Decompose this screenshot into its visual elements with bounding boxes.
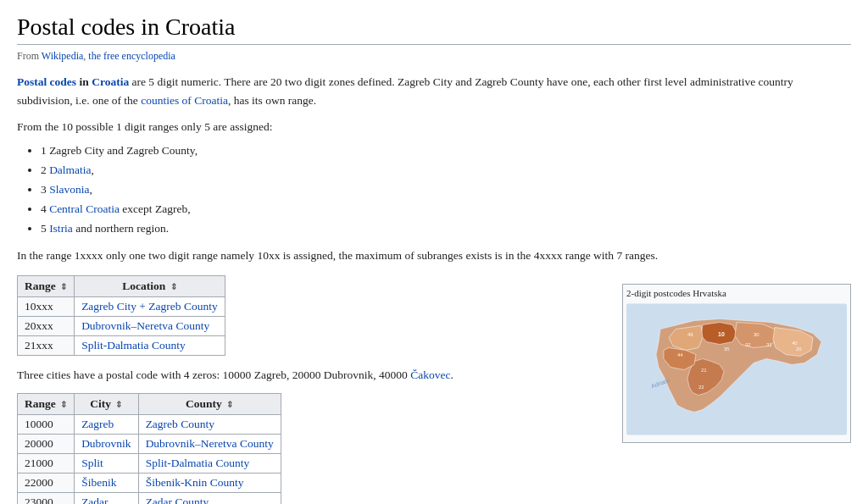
location-cell: Dubrovnik–Neretva County — [75, 317, 225, 336]
sort-arrow-county: ⇕ — [226, 400, 233, 409]
city-link-zagreb[interactable]: Zagreb — [81, 418, 114, 430]
list-item-2: 2 Dalmatia, — [41, 161, 851, 180]
county-link-zagreb[interactable]: Zagreb County — [146, 418, 214, 430]
central-croatia-link[interactable]: Central Croatia — [49, 202, 120, 215]
county-link-sibenik[interactable]: Šibenik-Knin County — [146, 476, 244, 489]
sort-arrow-location: ⇕ — [170, 282, 177, 291]
table-row: 10xxx Zagreb City + Zagreb County — [18, 297, 225, 317]
county-link-dubrovnik[interactable]: Dubrovnik–Neretva County — [146, 437, 274, 450]
location-cell: Zagreb City + Zagreb County — [75, 297, 225, 317]
table1-header-location[interactable]: Location ⇕ — [75, 276, 225, 297]
istria-link[interactable]: Istria — [49, 222, 73, 235]
location-link-10xxx[interactable]: Zagreb City + Zagreb County — [81, 300, 218, 313]
county-link-split[interactable]: Split-Dalmatia County — [146, 457, 250, 469]
range-cell: 20xxx — [18, 317, 75, 336]
croatia-map: 10 30 40 49 44 21 22 35 32 31 20 Adriati… — [626, 302, 847, 437]
city-link-zadar[interactable]: Zadar — [81, 496, 108, 504]
sort-arrow-range1: ⇕ — [60, 282, 67, 291]
digit-list: 1 Zagreb City and Zagreb County, 2 Dalma… — [41, 141, 851, 239]
table-row: 20xxx Dubrovnik–Neretva County — [18, 317, 225, 336]
city-cell: Šibenik — [75, 473, 139, 492]
table-row: 20000 Dubrovnik Dubrovnik–Neretva County — [18, 434, 281, 453]
table2-header-city[interactable]: City ⇕ — [75, 393, 139, 414]
map-title: 2-digit postcodes Hrvatska — [626, 288, 847, 298]
city-link-sibenik[interactable]: Šibenik — [81, 476, 116, 489]
wiki-source: From Wikipedia, the free encyclopedia — [17, 50, 851, 63]
city-link-dubrovnik[interactable]: Dubrovnik — [81, 437, 131, 450]
table-row: 22000 Šibenik Šibenik-Knin County — [18, 473, 281, 492]
county-cell: Zadar County — [138, 492, 281, 504]
table2: Range ⇕ City ⇕ County ⇕ 10000 Zagreb Zag… — [17, 393, 281, 504]
sort-arrow-city: ⇕ — [115, 400, 122, 409]
map-container: 2-digit postcodes Hrvatska 10 30 — [622, 284, 851, 443]
postal-codes-link[interactable]: Postal codes — [17, 75, 76, 88]
sort-arrow-range2: ⇕ — [60, 400, 67, 409]
county-cell: Šibenik-Knin County — [138, 473, 281, 492]
svg-text:49: 49 — [687, 332, 693, 337]
svg-text:21: 21 — [701, 368, 707, 373]
cakovec-link[interactable]: Čakovec — [410, 368, 450, 381]
range-note: In the range 1xxxx only one two digit ra… — [17, 246, 851, 265]
list-item-5: 5 Istria and northern region. — [41, 219, 851, 239]
slavonia-link[interactable]: Slavonia — [49, 183, 89, 196]
city-cell: Split — [75, 453, 139, 473]
croatia-link[interactable]: Croatia — [92, 75, 129, 88]
table-row: 21000 Split Split-Dalmatia County — [18, 453, 281, 473]
city-cell: Zadar — [75, 492, 139, 504]
svg-text:10: 10 — [718, 331, 725, 337]
table2-header-range[interactable]: Range ⇕ — [18, 393, 75, 414]
county-link-zadar[interactable]: Zadar County — [146, 496, 209, 504]
table-row: 10000 Zagreb Zagreb County — [18, 414, 281, 434]
free-encyclopedia-link[interactable]: the free encyclopedia — [88, 50, 175, 62]
list-item-4: 4 Central Croatia except Zagreb, — [41, 200, 851, 219]
county-cell: Dubrovnik–Neretva County — [138, 434, 281, 453]
range-cell: 22000 — [18, 473, 75, 492]
svg-text:44: 44 — [677, 352, 683, 357]
county-cell: Split-Dalmatia County — [138, 453, 281, 473]
main-layout: Range ⇕ Location ⇕ 10xxx Zagreb City + Z… — [17, 275, 851, 504]
table-row: 23000 Zadar Zadar County — [18, 492, 281, 504]
range-cell: 10xxx — [18, 297, 75, 317]
page-title: Postal codes in Croatia — [17, 14, 851, 45]
dalmatia-link[interactable]: Dalmatia — [49, 163, 91, 176]
svg-text:32: 32 — [745, 342, 751, 347]
city-cell: Zagreb — [75, 414, 139, 434]
table1-header-range[interactable]: Range ⇕ — [18, 276, 75, 297]
range-cell: 21xxx — [18, 336, 75, 356]
wikipedia-link[interactable]: Wikipedia — [42, 50, 84, 62]
counties-of-croatia-link[interactable]: counties of Croatia — [141, 94, 228, 107]
city-cell: Dubrovnik — [75, 434, 139, 453]
second-paragraph: From the 10 possible 1 digit ranges only… — [17, 118, 851, 136]
range-cell: 10000 — [18, 414, 75, 434]
svg-text:31: 31 — [766, 342, 772, 347]
range-cell: 21000 — [18, 453, 75, 473]
county-cell: Zagreb County — [138, 414, 281, 434]
range-cell: 23000 — [18, 492, 75, 504]
list-item-1: 1 Zagreb City and Zagreb County, — [41, 141, 851, 161]
range-cell: 20000 — [18, 434, 75, 453]
svg-text:22: 22 — [698, 385, 704, 390]
svg-text:35: 35 — [724, 346, 730, 352]
left-content: Range ⇕ Location ⇕ 10xxx Zagreb City + Z… — [17, 275, 605, 504]
location-cell: Split-Dalmatia County — [75, 336, 225, 356]
svg-text:40: 40 — [792, 341, 798, 346]
list-item-3: 3 Slavonia, — [41, 180, 851, 200]
cities-note: Three cities have a postal code with 4 z… — [17, 366, 605, 385]
city-link-split[interactable]: Split — [81, 457, 103, 469]
location-link-21xxx[interactable]: Split-Dalmatia County — [81, 339, 186, 352]
table1: Range ⇕ Location ⇕ 10xxx Zagreb City + Z… — [17, 275, 225, 356]
intro-paragraph: Postal codes in Croatia are 5 digit nume… — [17, 73, 851, 109]
svg-text:30: 30 — [754, 332, 760, 337]
location-link-20xxx[interactable]: Dubrovnik–Neretva County — [81, 319, 209, 332]
svg-text:20: 20 — [796, 346, 802, 352]
table2-header-county[interactable]: County ⇕ — [138, 393, 281, 414]
table-row: 21xxx Split-Dalmatia County — [18, 336, 225, 356]
